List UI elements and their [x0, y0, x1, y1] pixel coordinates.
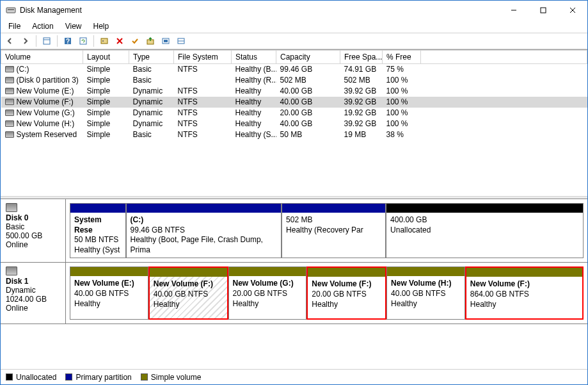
volume-icon: [5, 120, 14, 127]
disk-map[interactable]: Disk 0Basic500.00 GBOnlineSystem Rese50 …: [1, 199, 587, 369]
forward-button[interactable]: [19, 34, 33, 48]
content-area: VolumeLayoutTypeFile SystemStatusCapacit…: [1, 49, 587, 384]
menu-help[interactable]: Help: [88, 20, 115, 32]
volume-row[interactable]: New Volume (E:)SimpleDynamicNTFSHealthy4…: [1, 86, 587, 97]
partition[interactable]: System Rese50 MB NTFSHealthy (Syst: [70, 203, 126, 258]
volume-list[interactable]: VolumeLayoutTypeFile SystemStatusCapacit…: [1, 50, 587, 196]
back-button[interactable]: [3, 34, 17, 48]
legend: UnallocatedPrimary partitionSimple volum…: [1, 369, 587, 384]
settings-icon[interactable]: [97, 34, 111, 48]
volume-icon: [5, 99, 14, 105]
svg-rect-6: [44, 38, 50, 44]
disk-info[interactable]: Disk 0Basic500.00 GBOnline: [1, 199, 66, 262]
column-header[interactable]: Layout: [83, 51, 129, 64]
svg-point-12: [102, 40, 104, 42]
action1-button[interactable]: [143, 34, 157, 48]
legend-item: Simple volume: [141, 373, 202, 382]
partition[interactable]: 502 MBHealthy (Recovery Par: [282, 203, 386, 258]
partition[interactable]: New Volume (G:)20.00 GB NTFSHealthy: [228, 266, 307, 320]
disk-row: Disk 0Basic500.00 GBOnlineSystem Rese50 …: [1, 199, 587, 263]
legend-item: Unallocated: [6, 373, 56, 382]
window-title: Disk Management: [20, 6, 499, 15]
volume-icon: [5, 77, 14, 83]
disk-management-window: Disk Management FileActionViewHelp ? Vol…: [0, 0, 588, 385]
svg-rect-1: [8, 9, 14, 10]
close-button[interactable]: [558, 1, 587, 20]
column-header[interactable]: Volume: [1, 51, 83, 64]
minimize-button[interactable]: [499, 1, 528, 20]
maximize-button[interactable]: [528, 1, 558, 20]
volume-icon: [5, 110, 14, 116]
refresh-button[interactable]: [76, 34, 90, 48]
menu-view[interactable]: View: [60, 20, 87, 32]
partition[interactable]: 400.00 GBUnallocated: [386, 203, 584, 258]
partition[interactable]: New Volume (H:)40.00 GB NTFSHealthy: [386, 266, 465, 320]
partition[interactable]: (C:)99.46 GB NTFSHealthy (Boot, Page Fil…: [126, 203, 282, 258]
legend-item: Primary partition: [65, 373, 131, 382]
svg-rect-17: [164, 40, 168, 42]
svg-rect-11: [101, 38, 107, 44]
volume-row[interactable]: New Volume (H:)SimpleDynamicNTFSHealthy4…: [1, 119, 587, 129]
column-header[interactable]: Status: [232, 51, 276, 64]
disk-row: Disk 1Dynamic1024.00 GBOnlineNew Volume …: [1, 263, 587, 324]
volume-icon: [5, 88, 14, 94]
menu-file[interactable]: File: [3, 20, 26, 32]
disk-icon: [6, 266, 17, 275]
column-header[interactable]: Capacity: [276, 51, 340, 64]
toolbar: ?: [1, 33, 587, 49]
menu-action[interactable]: Action: [27, 20, 58, 32]
action3-button[interactable]: [174, 34, 188, 48]
partition[interactable]: New Volume (E:)40.00 GB NTFSHealthy: [70, 266, 148, 320]
app-icon: [6, 5, 16, 15]
volume-row[interactable]: (C:)SimpleBasicNTFSHealthy (B...99.46 GB…: [1, 64, 587, 75]
column-header[interactable]: Type: [129, 51, 174, 64]
column-header[interactable]: File System: [174, 51, 232, 64]
volume-icon: [5, 131, 14, 138]
action2-button[interactable]: [159, 34, 173, 48]
volume-icon: [5, 66, 14, 72]
partition[interactable]: New Volume (F:)864.00 GB NTFSHealthy: [465, 266, 584, 320]
disk-info[interactable]: Disk 1Dynamic1024.00 GBOnline: [1, 263, 66, 324]
help-button[interactable]: ?: [61, 34, 75, 48]
show-hide-button[interactable]: [40, 34, 54, 48]
partition[interactable]: New Volume (F:)20.00 GB NTFSHealthy: [306, 266, 386, 320]
disk-icon: [6, 203, 17, 212]
column-header[interactable]: Free Spa...: [340, 51, 383, 64]
volume-row[interactable]: System ReservedSimpleBasicNTFSHealthy (S…: [1, 129, 587, 140]
svg-text:?: ?: [66, 38, 70, 45]
menubar: FileActionViewHelp: [1, 20, 587, 33]
volume-row[interactable]: (Disk 0 partition 3)SimpleBasicHealthy (…: [1, 75, 587, 86]
svg-rect-3: [541, 8, 546, 13]
volume-row[interactable]: New Volume (G:)SimpleDynamicNTFSHealthy2…: [1, 108, 587, 119]
svg-rect-10: [80, 38, 86, 44]
column-header[interactable]: % Free: [383, 51, 421, 64]
volume-row[interactable]: New Volume (F:)SimpleDynamicNTFSHealthy4…: [1, 97, 587, 108]
check-button[interactable]: [128, 34, 142, 48]
partition[interactable]: New Volume (F:)40.00 GB NTFSHealthy: [148, 266, 228, 320]
delete-button[interactable]: [113, 34, 127, 48]
titlebar[interactable]: Disk Management: [1, 1, 587, 20]
